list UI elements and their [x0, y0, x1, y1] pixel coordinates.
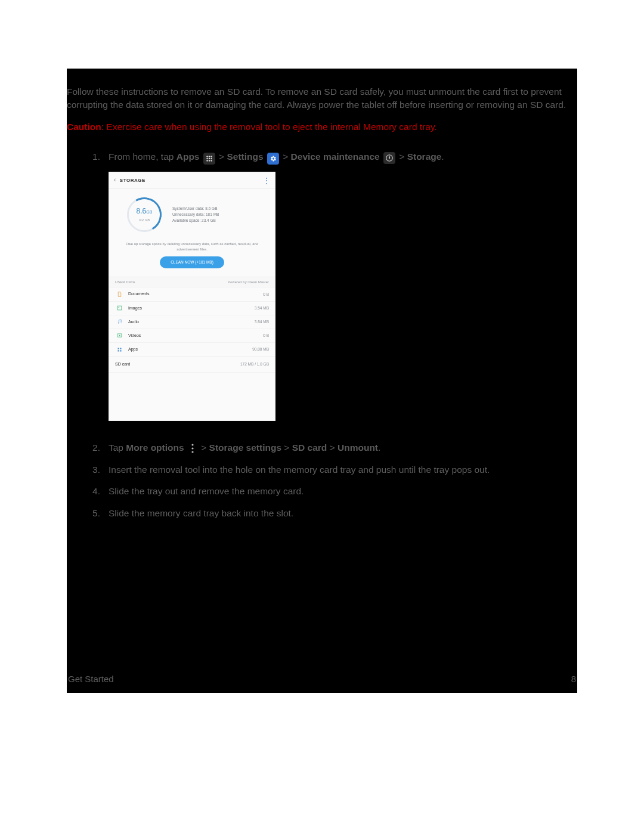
step-1: 1. From home, tap Apps > Settings > Devi… [67, 150, 577, 433]
svg-point-5 [210, 158, 212, 159]
stat-line: Unnecessary data: 181 MB [172, 212, 219, 218]
page-footer: Get Started 8 [67, 673, 577, 686]
row-value: 172 MB / 1.8 GB [240, 361, 269, 367]
svg-rect-18 [117, 350, 119, 351]
more-options-small-icon [188, 442, 197, 454]
svg-point-20 [191, 444, 193, 446]
svg-point-0 [206, 156, 208, 157]
step-number: 2. [67, 441, 109, 454]
settings-icon [267, 153, 279, 165]
step-number: 5. [67, 507, 109, 520]
stat-line: Available space: 23.4 GB [172, 218, 219, 224]
sd-card-row: SD card 172 MB / 1.8 GB [109, 357, 275, 373]
shot-title: STORAGE [120, 177, 263, 184]
shot-header: ‹ STORAGE ⋮ [109, 172, 275, 189]
svg-point-8 [210, 160, 212, 162]
svg-point-3 [206, 158, 208, 159]
shot-blank-area [109, 373, 275, 420]
stat-line: System/User data: 8.6 GB [172, 206, 219, 212]
storage-settings-bold: Storage settings [209, 442, 281, 453]
intro-paragraph: Follow these instructions to remove an S… [67, 69, 577, 112]
device-maintenance-bold: Device maintenance [291, 151, 380, 162]
user-data-label: USER DATA [115, 280, 135, 285]
more-options-bold: More options [126, 442, 184, 453]
svg-point-21 [191, 448, 193, 450]
text: > [219, 151, 227, 162]
footer-page-number: 8 [571, 673, 576, 686]
step-4: 4. Slide the tray out and remove the mem… [67, 485, 577, 498]
storage-screenshot: ‹ STORAGE ⋮ 8.6GB /32 GB System/User dat… [109, 172, 275, 421]
used-unit: GB [146, 210, 152, 214]
row-label: Audio [128, 319, 255, 325]
row-label: Apps [128, 346, 252, 352]
shot-summary: 8.6GB /32 GB System/User data: 8.6 GB Un… [109, 189, 275, 238]
svg-point-2 [210, 156, 212, 157]
caution-label: Caution [67, 122, 101, 132]
row-label: Videos [128, 333, 263, 339]
svg-point-13 [118, 307, 119, 308]
svg-rect-12 [117, 306, 122, 310]
step-number: 4. [67, 485, 109, 498]
text: > [281, 442, 292, 453]
documents-icon [115, 292, 123, 297]
total-value: /32 GB [139, 218, 150, 223]
row-label: Documents [128, 291, 263, 297]
step-body: Slide the memory card tray back into the… [109, 507, 577, 520]
svg-point-7 [209, 160, 210, 162]
list-item: Images 3.54 MB [109, 302, 275, 315]
caution-paragraph: Caution: Exercise care when using the re… [67, 120, 577, 134]
list-item: Audio 3.84 MB [109, 315, 275, 329]
unmount-bold: Unmount [338, 442, 378, 453]
row-label: SD card [115, 361, 130, 367]
powered-by-label: Powered by Clean Master [228, 280, 269, 285]
caution-text: : Exercise care when using the removal t… [101, 122, 437, 132]
text: Tap [109, 442, 126, 453]
steps-list: 1. From home, tap Apps > Settings > Devi… [67, 150, 577, 520]
svg-rect-19 [120, 350, 121, 351]
list-item: Documents 0 B [109, 287, 275, 301]
clean-now-button: CLEAN NOW (+181 MB) [160, 256, 224, 268]
step-number: 3. [67, 463, 109, 476]
document-page: Follow these instructions to remove an S… [67, 69, 577, 693]
user-data-header: USER DATA Powered by Clean Master [109, 277, 275, 288]
row-value: 3.54 MB [255, 305, 269, 311]
text: From home, tap [109, 151, 177, 162]
text: > [201, 442, 209, 453]
row-value: 0 B [263, 292, 269, 297]
step-5: 5. Slide the memory card tray back into … [67, 507, 577, 520]
step-3: 3. Insert the removal tool into the hole… [67, 463, 577, 476]
storage-bold: Storage [407, 151, 442, 162]
svg-rect-16 [117, 348, 119, 349]
step-2: 2. Tap More options > Storage settings >… [67, 441, 577, 454]
apps-bold: Apps [177, 151, 200, 162]
videos-icon [115, 333, 123, 338]
step-body: Insert the removal tool into the hole on… [109, 463, 577, 476]
step-body: Slide the tray out and remove the memory… [109, 485, 577, 498]
apps-icon [203, 153, 215, 165]
row-value: 3.84 MB [255, 319, 269, 324]
text: > [283, 151, 290, 162]
step-body: From home, tap Apps > Settings > Device … [109, 150, 577, 433]
footer-section-title: Get Started [68, 673, 114, 686]
device-maintenance-icon [383, 152, 395, 164]
audio-icon [115, 319, 123, 324]
images-icon [115, 305, 123, 311]
shot-description: Free up storage space by deleting unnece… [109, 238, 275, 256]
more-options-icon: ⋮ [263, 178, 271, 183]
back-icon: ‹ [114, 176, 116, 185]
step-body: Tap More options > Storage settings > SD… [109, 441, 577, 454]
text: > [327, 442, 338, 453]
svg-point-14 [117, 323, 119, 324]
row-value: 0 B [263, 333, 269, 338]
text: > [399, 151, 407, 162]
svg-rect-17 [120, 348, 121, 349]
apps-list-icon [115, 347, 123, 352]
storage-stats: System/User data: 8.6 GB Unnecessary dat… [172, 206, 219, 223]
list-item: Videos 0 B [109, 329, 275, 343]
used-value: 8.6 [137, 207, 147, 215]
settings-bold: Settings [227, 151, 263, 162]
storage-donut: 8.6GB /32 GB [127, 197, 162, 232]
row-label: Images [128, 305, 255, 311]
step-number: 1. [67, 150, 109, 433]
svg-point-1 [209, 156, 210, 157]
